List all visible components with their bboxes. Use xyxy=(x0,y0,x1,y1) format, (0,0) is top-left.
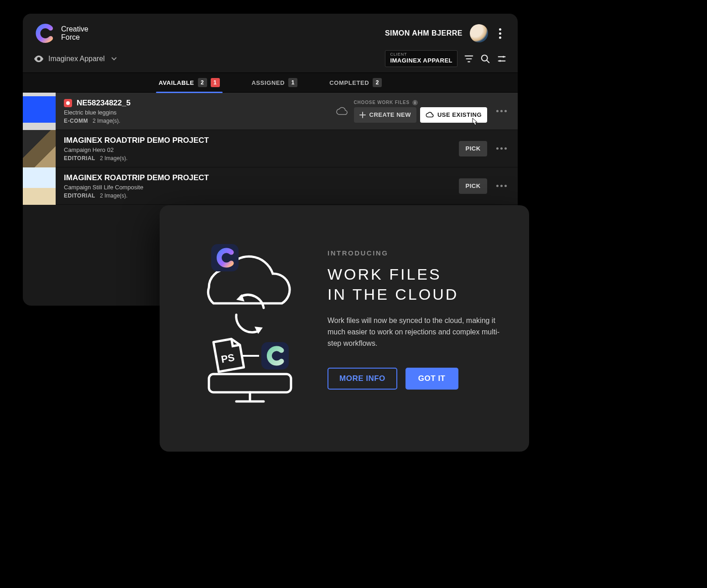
task-title: IMAGINEX ROADTRIP DEMO PROJECT xyxy=(64,136,209,145)
task-tabs: AVAILABLE 2 1 ASSIGNED 1 COMPLETED 2 xyxy=(23,73,518,93)
tab-completed[interactable]: COMPLETED 2 xyxy=(329,73,382,93)
pick-label: PICK xyxy=(465,182,480,189)
tab-available-label: AVAILABLE xyxy=(159,79,194,86)
task-row[interactable]: IMAGINEX ROADTRIP DEMO PROJECT Campaign … xyxy=(23,167,518,205)
modal-body: INTRODUCING WORK FILES IN THE CLOUD Work… xyxy=(328,228,507,430)
task-row[interactable]: IMAGINEX ROADTRIP DEMO PROJECT Campaign … xyxy=(23,130,518,167)
modal-kicker: INTRODUCING xyxy=(328,249,507,257)
svg-text:PS: PS xyxy=(220,352,235,365)
task-tag: EDITORIAL xyxy=(64,155,95,161)
task-title: NE58234822_5 xyxy=(77,99,130,108)
task-subtitle: Campaign Still Life Composite xyxy=(64,184,451,191)
task-meta: 2 Image(s). xyxy=(100,155,128,161)
task-row-main: IMAGINEX ROADTRIP DEMO PROJECT Campaign … xyxy=(64,136,451,161)
visibility-icon xyxy=(34,55,44,62)
task-row-actions: PICK xyxy=(459,141,509,156)
client-filter-pill[interactable]: CLIENT IMAGINEX APPAREL xyxy=(385,50,457,67)
app-header: Creative Force SIMON AHM BJERRE xyxy=(23,14,518,47)
svg-point-2 xyxy=(499,60,501,62)
filter-icon[interactable] xyxy=(464,54,474,64)
status-indicator-icon xyxy=(64,99,72,107)
task-thumbnail xyxy=(23,167,56,205)
task-subtitle: Electric blue leggins xyxy=(64,109,328,116)
pick-button[interactable]: PICK xyxy=(459,178,487,194)
brand: Creative Force xyxy=(36,23,88,43)
task-row-actions: CHOOSE WORK FILES i CREATE NEW US xyxy=(336,100,509,123)
plus-icon xyxy=(359,112,366,118)
row-more-icon[interactable] xyxy=(494,182,509,190)
choose-work-files: CHOOSE WORK FILES i CREATE NEW US xyxy=(354,100,487,123)
task-row-actions: PICK xyxy=(459,178,509,194)
sliders-icon[interactable] xyxy=(497,54,507,64)
pick-label: PICK xyxy=(465,145,480,152)
task-meta: 2 Image(s). xyxy=(93,118,120,124)
tab-completed-count: 2 xyxy=(373,78,382,87)
task-thumbnail xyxy=(23,93,56,130)
task-row-main: IMAGINEX ROADTRIP DEMO PROJECT Campaign … xyxy=(64,173,451,199)
more-info-label: MORE INFO xyxy=(339,374,385,383)
tab-assigned-count: 1 xyxy=(288,78,297,87)
task-title: IMAGINEX ROADTRIP DEMO PROJECT xyxy=(64,173,209,182)
header-more-icon[interactable] xyxy=(495,26,505,42)
create-new-label: CREATE NEW xyxy=(369,111,411,118)
use-existing-label: USE EXISTING xyxy=(437,111,482,118)
intro-modal: PS xyxy=(160,205,529,452)
brand-name-line2: Force xyxy=(61,33,88,42)
pick-button[interactable]: PICK xyxy=(459,141,487,156)
modal-title-line1: WORK FILES xyxy=(328,264,507,284)
cloud-icon xyxy=(426,112,434,118)
modal-description: Work files will now be synced to the clo… xyxy=(328,315,507,349)
tab-available-count: 2 xyxy=(198,78,207,87)
search-icon[interactable] xyxy=(480,54,490,64)
org-selector[interactable]: Imaginex Apparel xyxy=(34,55,117,63)
row-more-icon[interactable] xyxy=(494,145,509,152)
brand-logo-icon xyxy=(36,23,56,43)
modal-actions: MORE INFO GOT IT xyxy=(328,368,507,390)
svg-point-1 xyxy=(503,56,504,57)
tab-assigned-label: ASSIGNED xyxy=(252,79,285,86)
user-name: SIMON AHM BJERRE xyxy=(385,29,463,37)
tab-available-alert: 1 xyxy=(211,78,220,87)
cursor-pointer-icon xyxy=(469,117,479,129)
org-name: Imaginex Apparel xyxy=(48,55,105,63)
cloud-icon xyxy=(336,107,348,116)
client-filter-label: CLIENT xyxy=(390,52,452,57)
sub-header: Imaginex Apparel CLIENT IMAGINEX APPAREL xyxy=(23,47,518,73)
task-thumbnail xyxy=(23,130,56,167)
task-subtitle: Campaign Hero 02 xyxy=(64,146,451,153)
row-more-icon[interactable] xyxy=(494,107,509,115)
tab-assigned[interactable]: ASSIGNED 1 xyxy=(252,73,298,93)
got-it-button[interactable]: GOT IT xyxy=(405,368,458,390)
task-row-main: NE58234822_5 Electric blue leggins E-COM… xyxy=(64,99,328,124)
task-meta: 2 Image(s). xyxy=(100,193,128,199)
chevron-down-icon xyxy=(111,57,117,61)
create-new-button[interactable]: CREATE NEW xyxy=(354,107,416,123)
task-row[interactable]: NE58234822_5 Electric blue leggins E-COM… xyxy=(23,93,518,130)
more-info-button[interactable]: MORE INFO xyxy=(328,368,397,390)
tab-completed-label: COMPLETED xyxy=(329,79,369,86)
sub-header-tools: CLIENT IMAGINEX APPAREL xyxy=(385,50,507,67)
task-tag: E-COMM xyxy=(64,118,88,124)
user-avatar[interactable] xyxy=(470,24,488,42)
modal-title-line2: IN THE CLOUD xyxy=(328,284,507,304)
client-filter-value: IMAGINEX APPAREL xyxy=(390,57,452,64)
choose-work-files-label: CHOOSE WORK FILES xyxy=(354,100,410,105)
modal-illustration: PS xyxy=(177,228,314,430)
info-icon[interactable]: i xyxy=(412,100,418,105)
brand-name: Creative Force xyxy=(61,25,88,42)
brand-name-line1: Creative xyxy=(61,25,88,33)
tab-available[interactable]: AVAILABLE 2 1 xyxy=(159,73,220,93)
got-it-label: GOT IT xyxy=(418,374,446,383)
svg-rect-4 xyxy=(209,374,291,392)
header-right: SIMON AHM BJERRE xyxy=(385,24,505,42)
task-tag: EDITORIAL xyxy=(64,193,95,199)
modal-title: WORK FILES IN THE CLOUD xyxy=(328,264,507,304)
use-existing-button[interactable]: USE EXISTING xyxy=(420,107,487,123)
